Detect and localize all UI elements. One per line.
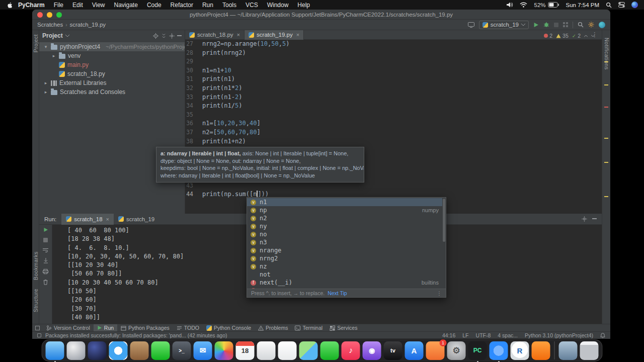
toolwindow-problems[interactable]: Problems bbox=[255, 324, 291, 332]
breadcrumb-item-scratches[interactable]: Scratches bbox=[37, 22, 63, 28]
hide-run-panel-icon[interactable] bbox=[592, 218, 597, 220]
menu-edit[interactable]: Edit bbox=[68, 2, 88, 9]
editor-tab-scratch-19-py[interactable]: scratch_19.py× bbox=[245, 30, 304, 40]
tree-expand-icon[interactable]: ▸ bbox=[43, 80, 48, 85]
menu-view[interactable]: View bbox=[88, 2, 110, 9]
tree-expand-icon[interactable]: ▸ bbox=[43, 89, 48, 95]
dock-calendar-icon[interactable]: 18 bbox=[236, 341, 255, 360]
apple-menu-icon[interactable] bbox=[6, 1, 16, 9]
dock-contacts-icon[interactable] bbox=[257, 341, 276, 360]
tree-item-main-py[interactable]: main.py bbox=[39, 60, 185, 69]
file-encoding[interactable]: UTF-8 bbox=[476, 332, 491, 338]
code-line[interactable]: 32print(n1*2) bbox=[185, 84, 597, 93]
search-everywhere-icon[interactable] bbox=[578, 22, 584, 28]
dock-zoom-icon[interactable] bbox=[490, 341, 508, 360]
inspections-widget[interactable]: 2 35 ✓2 bbox=[544, 33, 595, 39]
dock-reminders-icon[interactable] bbox=[278, 341, 297, 360]
dock-safari-icon[interactable] bbox=[109, 341, 128, 360]
settings-gear-icon[interactable] bbox=[588, 22, 594, 28]
panel-settings-gear-icon[interactable] bbox=[169, 33, 175, 39]
more-options-icon[interactable]: ⋮ bbox=[437, 290, 442, 296]
close-tab-icon[interactable]: × bbox=[106, 216, 109, 222]
battery-indicator[interactable]: 52% bbox=[534, 2, 559, 8]
python-interpreter[interactable]: Python 3.10 (pythonProject4) bbox=[525, 332, 593, 338]
cursor-position[interactable]: 44:16 bbox=[442, 332, 455, 338]
event-log-icon[interactable] bbox=[37, 333, 41, 337]
run-button[interactable] bbox=[533, 22, 539, 28]
dock-music-icon[interactable]: ♪ bbox=[342, 341, 360, 360]
menu-tools[interactable]: Tools bbox=[218, 2, 241, 9]
toolwindow-todo[interactable]: TODO bbox=[173, 324, 203, 332]
clear-all-icon[interactable] bbox=[43, 280, 48, 285]
tree-item-scratches-and-consoles[interactable]: ▸Scratches and Consoles bbox=[39, 87, 185, 97]
menu-run[interactable]: Run bbox=[198, 2, 218, 9]
profiler-grid-icon[interactable] bbox=[563, 22, 568, 27]
completion-item-n3[interactable]: vn3 bbox=[247, 238, 442, 246]
line-separator[interactable]: LF bbox=[462, 332, 468, 338]
menu-file[interactable]: File bbox=[49, 2, 68, 9]
dock-siri-icon[interactable] bbox=[88, 341, 107, 360]
dock-messages-icon[interactable] bbox=[151, 341, 170, 360]
print-icon[interactable] bbox=[43, 269, 48, 274]
tree-item-scratch-18-py[interactable]: scratch_18.py bbox=[39, 69, 185, 78]
code-editor[interactable]: 27nrng2=np.arange(10,50,5)28print(nrng2)… bbox=[185, 40, 597, 214]
toolwindow-services[interactable]: Services bbox=[326, 324, 361, 332]
stop-button[interactable] bbox=[554, 23, 558, 27]
prev-problem-icon[interactable] bbox=[584, 35, 588, 37]
project-panel-title[interactable]: Project bbox=[42, 32, 63, 39]
completion-scrollbar[interactable] bbox=[443, 199, 445, 242]
warning-stripe-mark[interactable] bbox=[604, 196, 608, 197]
scroll-to-end-icon[interactable] bbox=[43, 258, 48, 263]
dock-notebook-icon[interactable] bbox=[130, 341, 149, 360]
control-center-icon[interactable] bbox=[618, 2, 625, 8]
close-window-button[interactable] bbox=[37, 12, 43, 18]
error-stripe-mark[interactable] bbox=[604, 107, 608, 108]
locate-file-icon[interactable] bbox=[153, 33, 158, 39]
editor-tab-scratch-18-py[interactable]: scratch_18.py× bbox=[185, 30, 245, 40]
dock-books-icon[interactable]: 1 bbox=[426, 341, 445, 360]
dock-app-store-icon[interactable]: A bbox=[405, 341, 424, 360]
next-tip-link[interactable]: Next Tip bbox=[328, 290, 347, 296]
code-line[interactable]: 43 bbox=[185, 182, 597, 191]
indent-style[interactable]: 4 spac... bbox=[498, 332, 518, 338]
menu-navigate[interactable]: Navigate bbox=[110, 2, 142, 9]
dock-tv-icon[interactable]: tv bbox=[384, 341, 403, 360]
chevron-down-icon[interactable] bbox=[65, 35, 69, 37]
dock-launchpad-icon[interactable] bbox=[67, 341, 86, 360]
tree-item-venv[interactable]: ▸venv bbox=[39, 51, 185, 60]
code-line[interactable]: 30n1=n1+10 bbox=[185, 66, 597, 75]
tool-stripe-bookmarks[interactable]: Bookmarks bbox=[33, 251, 39, 280]
warning-stripe-mark[interactable] bbox=[604, 162, 608, 163]
dock-pycharm-icon[interactable]: PC bbox=[468, 341, 487, 360]
run-configuration-selector[interactable]: scratch_19 bbox=[479, 21, 529, 29]
dock-system-preferences-icon[interactable]: ⚙ bbox=[447, 341, 466, 360]
completion-item-next-i[interactable]: fnext(__i)builtins bbox=[247, 279, 442, 287]
dock-photos-icon[interactable] bbox=[215, 341, 233, 360]
completion-item-no[interactable]: vno bbox=[247, 230, 442, 238]
code-line[interactable]: 29 bbox=[185, 57, 597, 66]
code-line[interactable]: 36n1=[10,20,30,40] bbox=[185, 119, 597, 128]
siri-icon[interactable] bbox=[631, 2, 638, 8]
completion-item-nrange[interactable]: vnrange bbox=[247, 246, 442, 254]
run-panel-settings-gear-icon[interactable] bbox=[582, 216, 587, 222]
completion-item-nz[interactable]: vnz bbox=[247, 262, 442, 270]
tool-stripe-notifications[interactable]: Notifications bbox=[604, 38, 610, 70]
dock-mail-icon[interactable]: ✉ bbox=[194, 341, 212, 360]
rerun-button[interactable] bbox=[43, 227, 48, 232]
dock-terminal-app-icon[interactable]: >_ bbox=[173, 341, 191, 360]
soft-wrap-icon[interactable] bbox=[43, 248, 48, 252]
toolwindow-python-console[interactable]: Python Console bbox=[203, 324, 255, 332]
close-tab-icon[interactable]: × bbox=[237, 32, 240, 38]
warning-stripe-mark[interactable] bbox=[604, 138, 608, 139]
toolwindow-terminal[interactable]: Terminal bbox=[291, 324, 326, 332]
debug-button[interactable] bbox=[543, 22, 549, 28]
menu-vcs[interactable]: VCS bbox=[241, 2, 263, 9]
tool-stripe-project[interactable]: Project bbox=[33, 34, 39, 52]
next-problem-icon[interactable] bbox=[591, 35, 595, 37]
menu-pycharm[interactable]: PyCharm bbox=[16, 2, 49, 9]
completion-item-ny[interactable]: vny bbox=[247, 222, 442, 230]
menubar-clock[interactable]: Sun 7:54 PM bbox=[566, 2, 599, 8]
completion-item-n2[interactable]: vn2 bbox=[247, 214, 442, 222]
completion-item-not[interactable]: not bbox=[247, 270, 442, 279]
dock-podcasts-icon[interactable]: ◉ bbox=[363, 341, 381, 360]
